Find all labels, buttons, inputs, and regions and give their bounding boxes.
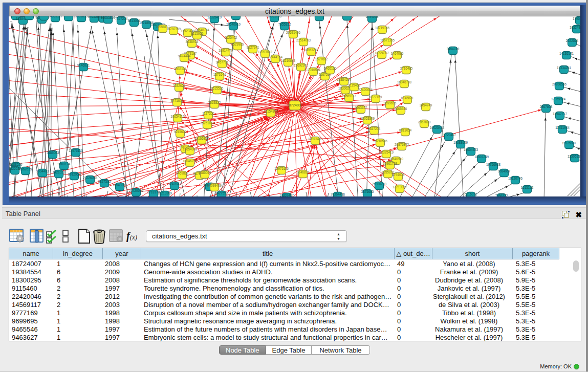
svg-text:12505135: 12505135: [568, 155, 580, 158]
svg-text:1615132: 1615132: [521, 186, 534, 189]
svg-text:12213369: 12213369: [158, 191, 172, 195]
svg-text:3454749: 3454749: [447, 47, 460, 51]
svg-text:9777169: 9777169: [369, 95, 382, 99]
svg-text:8813054: 8813054: [399, 128, 412, 132]
svg-text:22420046: 22420046: [358, 88, 373, 92]
svg-text:9474444: 9474444: [178, 54, 191, 58]
svg-text:20691406: 20691406: [286, 31, 301, 34]
svg-text:9660124: 9660124: [58, 162, 71, 166]
svg-text:10654112: 10654112: [170, 115, 185, 118]
svg-text:12942717: 12942717: [553, 112, 568, 116]
svg-text:10046738: 10046738: [183, 159, 198, 163]
svg-text:1464095: 1464095: [391, 52, 404, 55]
svg-text:9146821: 9146821: [297, 170, 310, 174]
svg-text:8146821: 8146821: [401, 96, 414, 100]
svg-text:8215955: 8215955: [191, 32, 204, 35]
svg-text:16543382: 16543382: [113, 183, 127, 187]
svg-text:16053809: 16053809: [360, 117, 375, 120]
svg-text:16046738: 16046738: [397, 80, 412, 84]
svg-text:9227341: 9227341: [247, 46, 259, 49]
svg-text:1421023: 1421023: [53, 170, 66, 174]
svg-text:16210643: 16210643: [281, 59, 296, 62]
svg-text:17359924: 17359924: [551, 97, 566, 101]
svg-text:8938913: 8938913: [186, 40, 199, 43]
svg-text:16154808: 16154808: [264, 110, 278, 113]
svg-text:9115460: 9115460: [348, 83, 361, 87]
svg-text:10025433: 10025433: [430, 126, 445, 129]
svg-text:9469822: 9469822: [176, 171, 189, 175]
svg-text:16961758: 16961758: [383, 162, 398, 165]
svg-text:16524851: 16524851: [570, 26, 580, 29]
svg-text:6794078: 6794078: [366, 16, 379, 18]
svg-text:9529966: 9529966: [231, 42, 244, 46]
svg-text:23420046: 23420046: [129, 189, 144, 192]
svg-text:16782759: 16782759: [166, 27, 181, 31]
svg-text:9699695: 9699695: [384, 101, 397, 105]
svg-text:19218506: 19218506: [373, 139, 388, 143]
svg-text:16053809: 16053809: [101, 16, 116, 19]
svg-text:7632621: 7632621: [173, 84, 186, 87]
svg-text:20364436: 20364436: [331, 192, 345, 196]
svg-text:17334261: 17334261: [557, 66, 572, 70]
svg-text:3875685: 3875685: [361, 190, 374, 193]
svg-text:7357274: 7357274: [368, 127, 381, 130]
svg-text:20876842: 20876842: [395, 143, 409, 146]
svg-text:1362615: 1362615: [19, 167, 32, 171]
svg-text:12444154: 12444154: [268, 55, 283, 59]
svg-text:19975887: 19975887: [562, 141, 577, 145]
svg-text:19384554: 19384554: [337, 78, 352, 81]
svg-text:14136141: 14136141: [559, 52, 574, 55]
svg-text:1571644: 1571644: [213, 73, 226, 76]
svg-text:16671355: 16671355: [380, 38, 395, 42]
svg-text:6466160: 6466160: [324, 67, 337, 70]
svg-text:9465546: 9465546: [395, 107, 407, 111]
svg-text:3716485: 3716485: [400, 67, 413, 70]
svg-text:2933114: 2933114: [174, 67, 187, 71]
svg-text:10973493: 10973493: [308, 137, 323, 141]
svg-text:2522514: 2522514: [566, 39, 579, 42]
svg-text:19654923: 19654923: [464, 148, 478, 151]
svg-text:19654983: 19654983: [183, 147, 198, 151]
svg-text:18640910: 18640910: [226, 23, 241, 26]
svg-text:10719155: 10719155: [375, 26, 390, 30]
svg-text:12093872: 12093872: [258, 50, 273, 54]
svg-text:12325419: 12325419: [207, 16, 222, 19]
svg-text:18807249: 18807249: [474, 155, 489, 159]
svg-text:9777169: 9777169: [62, 16, 75, 17]
svg-text:9146821: 9146821: [77, 63, 90, 67]
svg-text:16120746: 16120746: [508, 177, 523, 180]
svg-text:18724007: 18724007: [287, 103, 302, 107]
svg-text:18640910: 18640910: [389, 157, 404, 161]
svg-text:15751074: 15751074: [200, 121, 215, 125]
svg-text:21514063: 21514063: [296, 38, 311, 42]
svg-text:16961758: 16961758: [267, 16, 282, 18]
svg-text:9457791: 9457791: [216, 60, 229, 64]
svg-text:12213967: 12213967: [393, 185, 407, 189]
svg-text:10688609: 10688609: [453, 141, 468, 144]
svg-text:9827503: 9827503: [98, 180, 111, 183]
svg-text:9699695: 9699695: [75, 16, 88, 18]
svg-text:7663822: 7663822: [208, 101, 221, 104]
svg-text:14569117: 14569117: [48, 16, 62, 18]
svg-text:16154808: 16154808: [312, 16, 327, 17]
svg-text:6794078: 6794078: [392, 173, 405, 177]
svg-text:1527602: 1527602: [315, 57, 328, 61]
svg-text:12975115: 12975115: [69, 149, 83, 152]
svg-text:20206556: 20206556: [552, 82, 567, 86]
svg-text:1588520: 1588520: [10, 163, 23, 166]
svg-text:19166827: 19166827: [194, 137, 209, 140]
svg-text:1117350: 1117350: [202, 112, 214, 115]
svg-text:11451944: 11451944: [555, 126, 570, 129]
svg-text:9084067: 9084067: [498, 169, 511, 173]
svg-text:12975115: 12975115: [274, 167, 289, 170]
svg-text:8427552: 8427552: [215, 191, 228, 195]
svg-text:9242843: 9242843: [168, 182, 181, 186]
svg-text:16914479: 16914479: [219, 49, 233, 52]
svg-text:7485063: 7485063: [47, 151, 59, 155]
svg-text:2867608: 2867608: [418, 120, 431, 124]
svg-text:7485063: 7485063: [199, 171, 211, 174]
svg-text:14569117: 14569117: [342, 94, 356, 98]
svg-text:15692971: 15692971: [294, 63, 309, 67]
svg-text:8912954: 8912954: [68, 172, 81, 176]
svg-text:6216012: 6216012: [465, 192, 477, 196]
